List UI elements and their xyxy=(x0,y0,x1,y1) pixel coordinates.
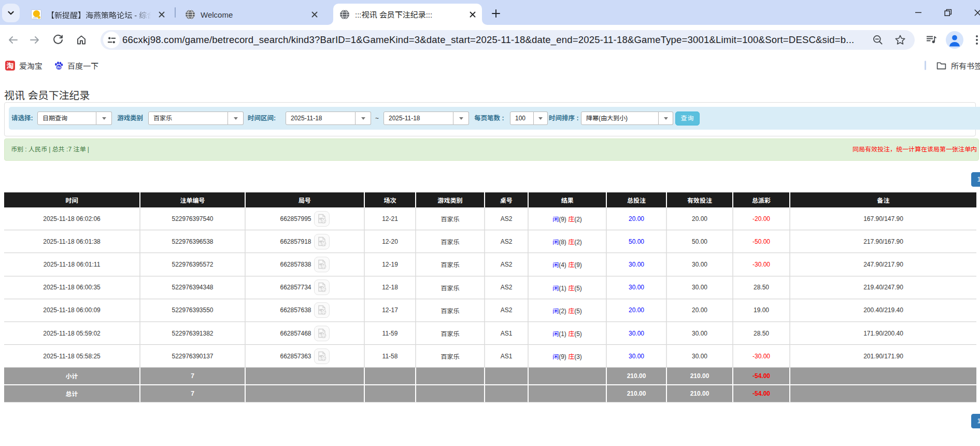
bookmark-taobao[interactable]: 淘 爱淘宝 xyxy=(5,55,42,76)
result-player: 闲 xyxy=(552,308,559,315)
tab-skirt xyxy=(482,20,487,25)
back-button[interactable] xyxy=(7,34,19,46)
window-close-button[interactable] xyxy=(965,0,980,25)
tilde-separator: ~ xyxy=(375,107,379,130)
cell-bet-id: 522976395572 xyxy=(140,253,246,276)
forward-button[interactable] xyxy=(29,34,40,46)
url-text[interactable]: 66cxkj98.com/game/betrecord_search/kind3… xyxy=(122,30,854,50)
select-dropdown-button[interactable] xyxy=(96,112,112,125)
cell-valid-bet: 30.00 xyxy=(667,253,733,276)
video-replay-button[interactable] xyxy=(314,211,330,227)
round-id-text: 662857918 xyxy=(280,238,311,245)
globe-favicon-icon xyxy=(339,9,350,20)
page-size-dropdown-button[interactable] xyxy=(534,112,548,125)
video-file-icon xyxy=(317,351,327,361)
media-controls-icon[interactable] xyxy=(925,34,938,46)
cell-result: 闲(9) 庄(2) xyxy=(529,207,607,230)
date-start-input[interactable]: 2025-11-18 xyxy=(286,112,356,125)
pagination-page-1-top[interactable]: 1 xyxy=(971,172,980,187)
restore-icon xyxy=(944,9,952,17)
profile-avatar[interactable] xyxy=(946,31,963,49)
video-replay-button[interactable] xyxy=(314,234,330,249)
cell-session: 12-19 xyxy=(365,253,416,276)
table-header-cell: 时间 xyxy=(4,192,140,207)
cell-remark: 217.90/167.90 xyxy=(790,230,976,253)
result-player-points: (9) xyxy=(559,353,568,360)
home-button[interactable] xyxy=(76,34,87,46)
cell-total-0: 总计 xyxy=(4,385,140,402)
page-size-input[interactable]: 100 xyxy=(510,112,534,125)
sort-dropdown-button[interactable] xyxy=(659,112,673,125)
site-settings-chip[interactable] xyxy=(103,32,120,48)
result-player-points: (2) xyxy=(559,308,568,315)
bookmark-baidu[interactable]: du 百度一下 xyxy=(54,55,98,76)
pagination-page-1-bottom[interactable]: 1 xyxy=(971,414,980,428)
select-input[interactable]: 日期查询 xyxy=(37,112,96,125)
dropdown-arrow-icon xyxy=(234,117,238,122)
result-player-points: (1) xyxy=(559,330,568,338)
all-bookmarks-button[interactable]: 所有书签 xyxy=(936,55,980,76)
search-button[interactable]: 查询 xyxy=(675,112,700,126)
bookmark-star-icon[interactable] xyxy=(894,34,906,46)
date-start-dropdown-button[interactable] xyxy=(356,112,371,125)
tab-skirt xyxy=(328,20,333,25)
table-row: 2025-11-18 06:00:09 522976393550 6628576… xyxy=(4,299,976,322)
table-header-cell: 注单编号 xyxy=(140,192,246,207)
cell-subtotal-1: 7 xyxy=(140,368,246,385)
date-end-input[interactable]: 2025-11-18 xyxy=(384,112,453,125)
video-file-icon xyxy=(317,282,327,292)
window-minimize-button[interactable] xyxy=(906,0,930,25)
tab-forum[interactable]: 【新提醒】海燕策略论坛 - 综合 xyxy=(25,4,171,25)
round-id-text: 662857995 xyxy=(280,215,311,222)
video-replay-button[interactable] xyxy=(314,326,330,341)
result-banker: 庄 xyxy=(568,216,574,223)
reload-button[interactable] xyxy=(52,34,64,46)
tab-welcome[interactable]: Welcome xyxy=(179,4,324,25)
video-replay-button[interactable] xyxy=(314,302,330,318)
game-type-dropdown-button[interactable] xyxy=(228,112,244,125)
new-tab-button[interactable] xyxy=(488,5,504,22)
cell-session: 12-20 xyxy=(365,230,416,253)
zoom-icon[interactable] xyxy=(872,34,884,46)
date-end-dropdown-button[interactable] xyxy=(453,112,469,125)
cell-total-bet: 20.00 xyxy=(607,207,667,230)
dropdown-arrow-icon xyxy=(459,117,463,122)
page-title: 视讯 会员下注纪录 xyxy=(4,87,90,102)
cell-game-type: 百家乐 xyxy=(416,345,485,368)
video-replay-button[interactable] xyxy=(314,280,330,295)
tab-active-betrecord[interactable]: :::视讯 会员下注纪录::: xyxy=(333,4,482,25)
chevron-down-icon xyxy=(6,8,16,18)
cell-time: 2025-11-18 06:01:38 xyxy=(4,230,140,253)
tab-search-button[interactable] xyxy=(2,4,20,22)
round-id-text: 662857468 xyxy=(280,330,311,337)
cell-session: 12-21 xyxy=(365,207,416,230)
all-bookmarks-label: 所有书签 xyxy=(951,60,980,71)
tab-close-icon[interactable] xyxy=(468,10,477,19)
table-header-cell: 桌号 xyxy=(485,192,529,207)
result-player-points: (1) xyxy=(559,285,568,292)
address-bar[interactable]: 66cxkj98.com/game/betrecord_search/kind3… xyxy=(101,30,915,50)
baidu-icon: du xyxy=(54,61,63,70)
minimize-icon xyxy=(915,9,922,16)
menu-dots-icon[interactable] xyxy=(972,34,980,46)
bookmark-label: 百度一下 xyxy=(67,60,98,71)
cell-subtotal-6 xyxy=(529,368,607,385)
cell-remark: 167.90/147.90 xyxy=(790,207,976,230)
window-restore-button[interactable] xyxy=(936,0,960,25)
cell-total-bet: 30.00 xyxy=(607,276,667,299)
result-player-points: (8) xyxy=(559,239,568,246)
cell-game-type: 百家乐 xyxy=(416,299,485,322)
video-replay-button[interactable] xyxy=(314,349,330,364)
video-replay-button[interactable] xyxy=(314,257,330,272)
tab-close-icon[interactable] xyxy=(310,10,319,19)
result-banker: 庄 xyxy=(568,285,574,292)
cell-remark: 201.90/171.90 xyxy=(790,345,976,368)
tab-separator xyxy=(175,7,176,18)
dropdown-arrow-icon xyxy=(102,117,106,122)
sort-input[interactable]: 降幂(由大到小) xyxy=(581,112,659,125)
close-icon xyxy=(974,9,980,17)
tab-close-icon[interactable] xyxy=(158,10,166,19)
game-type-input[interactable]: 百家乐 xyxy=(148,112,228,125)
tab-title: Welcome xyxy=(201,10,306,19)
cell-session: 11-59 xyxy=(365,322,416,345)
